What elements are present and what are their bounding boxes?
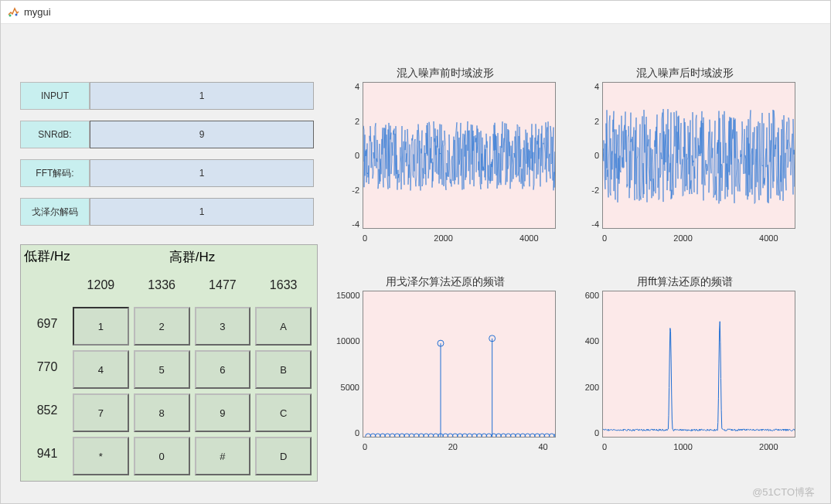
key-B[interactable]: B bbox=[255, 350, 312, 389]
chart-title: 用戈泽尔算法还原的频谱 bbox=[333, 275, 557, 289]
goertzel-label: 戈泽尔解码 bbox=[20, 198, 90, 226]
key-9[interactable]: 9 bbox=[195, 393, 251, 432]
key-6[interactable]: 6 bbox=[195, 350, 251, 389]
charts-area: 混入噪声前时域波形420-2-4020004000 混入噪声后时域波形420-2… bbox=[333, 66, 815, 495]
svg-point-1 bbox=[15, 13, 18, 15]
plot-area[interactable] bbox=[602, 291, 795, 438]
input-field[interactable]: 1 bbox=[90, 82, 314, 110]
snr-label: SNRdB: bbox=[20, 121, 90, 148]
client-area: INPUT 1 SNRdB: 9 FFT解码: 1 戈泽尔解码 1 低群/Hz … bbox=[1, 24, 830, 503]
key-0[interactable]: 0 bbox=[134, 437, 190, 475]
snr-field[interactable]: 9 bbox=[90, 121, 314, 148]
col-1633: 1633 bbox=[253, 266, 314, 305]
window-title: mygui bbox=[24, 6, 51, 18]
goertzel-field[interactable]: 1 bbox=[90, 198, 314, 226]
plot-area[interactable] bbox=[602, 82, 795, 229]
watermark: @51CTO博客 bbox=[752, 485, 815, 499]
titlebar: mygui bbox=[1, 1, 830, 24]
chart-title: 混入噪声前时域波形 bbox=[333, 66, 557, 80]
key-#[interactable]: # bbox=[195, 437, 251, 475]
input-label: INPUT bbox=[20, 82, 90, 110]
svg-point-0 bbox=[9, 14, 12, 16]
row-941: 941 bbox=[24, 434, 70, 473]
low-group-header: 低群/Hz bbox=[24, 248, 70, 266]
row-697: 697 bbox=[24, 305, 70, 343]
chart-title: 用fft算法还原的频谱 bbox=[573, 275, 797, 289]
key-4[interactable]: 4 bbox=[73, 350, 129, 389]
col-1336: 1336 bbox=[131, 266, 192, 305]
key-D[interactable]: D bbox=[255, 437, 312, 475]
high-group-header: 高群/Hz bbox=[70, 248, 314, 266]
key-7[interactable]: 7 bbox=[73, 393, 129, 432]
matlab-icon bbox=[7, 6, 19, 19]
col-1209: 1209 bbox=[70, 266, 131, 305]
fft-label: FFT解码: bbox=[20, 159, 90, 187]
col-1477: 1477 bbox=[192, 266, 254, 305]
key-8[interactable]: 8 bbox=[134, 393, 190, 432]
key-1[interactable]: 1 bbox=[73, 307, 129, 346]
row-852: 852 bbox=[24, 391, 70, 430]
key-2[interactable]: 2 bbox=[134, 307, 190, 346]
key-*[interactable]: * bbox=[73, 437, 129, 475]
app-window: mygui INPUT 1 SNRdB: 9 FFT解码: 1 戈泽尔解码 1 bbox=[0, 0, 831, 504]
dtmf-grid: 低群/Hz 高群/Hz 1209 1336 1477 1633 697123A7… bbox=[20, 244, 318, 482]
plot-area[interactable] bbox=[363, 291, 556, 438]
blank-cell bbox=[24, 266, 70, 305]
fft-field[interactable]: 1 bbox=[90, 159, 314, 187]
svg-point-41 bbox=[554, 434, 557, 438]
key-5[interactable]: 5 bbox=[134, 350, 190, 389]
key-C[interactable]: C bbox=[255, 393, 312, 432]
plot-area[interactable] bbox=[363, 82, 556, 229]
left-panel: INPUT 1 SNRdB: 9 FFT解码: 1 戈泽尔解码 1 bbox=[20, 82, 314, 237]
key-3[interactable]: 3 bbox=[195, 307, 251, 346]
row-770: 770 bbox=[24, 348, 70, 387]
chart-title: 混入噪声后时域波形 bbox=[573, 66, 797, 80]
key-A[interactable]: A bbox=[255, 307, 312, 346]
